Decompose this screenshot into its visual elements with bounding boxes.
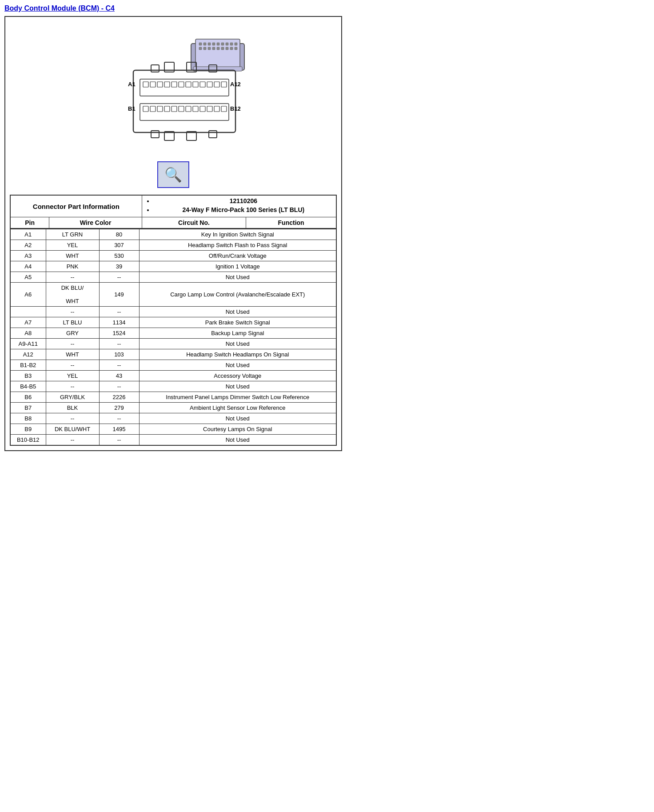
- svg-rect-45: [150, 106, 156, 112]
- cell-wire-color: PNK: [46, 261, 99, 272]
- cell-circuit-no: --: [99, 435, 139, 446]
- svg-rect-37: [186, 82, 191, 87]
- svg-rect-18: [230, 47, 233, 50]
- cell-function: Off/Run/Crank Voltage: [139, 251, 336, 261]
- svg-rect-17: [226, 47, 228, 50]
- svg-rect-5: [212, 43, 215, 45]
- svg-rect-49: [179, 106, 184, 112]
- cell-wire-color: GRY: [46, 328, 99, 339]
- cell-function: Park Brake Switch Signal: [139, 317, 336, 328]
- cell-circuit-no: --: [99, 339, 139, 349]
- header-pin: Pin: [10, 217, 49, 229]
- cell-pin: A7: [10, 317, 46, 328]
- cell-wire-color: --: [46, 435, 99, 446]
- cell-pin: A12: [10, 349, 46, 360]
- cell-function: Accessory Voltage: [139, 371, 336, 381]
- svg-rect-47: [164, 106, 170, 112]
- table-row: A6DK BLU/ WHT149Cargo Lamp Low Control (…: [10, 283, 336, 307]
- cell-wire-color: YEL: [46, 240, 99, 251]
- cell-circuit-no: 530: [99, 251, 139, 261]
- svg-rect-39: [200, 82, 205, 87]
- cell-circuit-no: 1524: [99, 328, 139, 339]
- connector-part-values: 12110206 24-Way F Micro-Pack 100 Series …: [142, 195, 336, 217]
- svg-rect-31: [143, 82, 148, 87]
- svg-rect-29: [209, 131, 217, 138]
- cell-function: Not Used: [139, 339, 336, 349]
- svg-text:A12: A12: [230, 81, 241, 88]
- connector-diagram: A1 A12 B1 B12: [10, 21, 337, 159]
- cell-wire-color: DK BLU/WHT: [46, 424, 99, 435]
- cell-pin: A4: [10, 261, 46, 272]
- svg-rect-12: [203, 47, 206, 50]
- cell-circuit-no: 39: [99, 261, 139, 272]
- svg-rect-50: [186, 106, 191, 112]
- svg-rect-22: [151, 65, 159, 72]
- cell-circuit-no: --: [99, 360, 139, 371]
- table-row: A12WHT103Headlamp Switch Headlamps On Si…: [10, 349, 336, 360]
- cell-wire-color: --: [46, 272, 99, 283]
- magnify-icon: 🔍: [164, 166, 182, 183]
- table-row: A7LT BLU1134Park Brake Switch Signal: [10, 317, 336, 328]
- connector-table: Connector Part Information 12110206 24-W…: [10, 195, 337, 229]
- cell-function: Not Used: [139, 272, 336, 283]
- table-row: B10-B12----Not Used: [10, 435, 336, 446]
- header-wire-color: Wire Color: [49, 217, 142, 229]
- cell-circuit-no: 43: [99, 371, 139, 381]
- cell-wire-color: GRY/BLK: [46, 392, 99, 403]
- cell-pin: A3: [10, 251, 46, 261]
- connector-svg: A1 A12 B1 B12: [89, 30, 258, 155]
- cell-circuit-no: 307: [99, 240, 139, 251]
- cell-wire-color: WHT: [46, 349, 99, 360]
- cell-circuit-no: 1134: [99, 317, 139, 328]
- table-row: B3YEL43Accessory Voltage: [10, 371, 336, 381]
- table-row: ----Not Used: [10, 307, 336, 317]
- svg-rect-48: [171, 106, 177, 112]
- cell-wire-color: LT BLU: [46, 317, 99, 328]
- connector-info-row: Connector Part Information 12110206 24-W…: [10, 195, 336, 217]
- cell-function: Key In Ignition Switch Signal: [139, 229, 336, 240]
- cell-circuit-no: 149: [99, 283, 139, 307]
- table-row: A4PNK39Ignition 1 Voltage: [10, 261, 336, 272]
- cell-wire-color: YEL: [46, 371, 99, 381]
- svg-rect-46: [157, 106, 163, 112]
- svg-rect-11: [199, 47, 202, 50]
- svg-rect-10: [235, 43, 237, 45]
- cell-circuit-no: --: [99, 381, 139, 392]
- cell-function: Instrument Panel Lamps Dimmer Switch Low…: [139, 392, 336, 403]
- cell-function: Backup Lamp Signal: [139, 328, 336, 339]
- cell-circuit-no: --: [99, 307, 139, 317]
- svg-rect-33: [157, 82, 163, 87]
- svg-rect-35: [171, 82, 177, 87]
- cell-circuit-no: 1495: [99, 424, 139, 435]
- svg-rect-6: [217, 43, 219, 45]
- table-row: A5----Not Used: [10, 272, 336, 283]
- cell-function: Ignition 1 Voltage: [139, 261, 336, 272]
- svg-rect-2: [199, 43, 202, 45]
- table-row: A9-A11----Not Used: [10, 339, 336, 349]
- cell-pin: B3: [10, 371, 46, 381]
- cell-pin: B8: [10, 413, 46, 424]
- zoom-icon-container[interactable]: 🔍: [10, 161, 337, 188]
- svg-rect-9: [230, 43, 233, 45]
- connector-part-2: 24-Way F Micro-Pack 100 Series (LT BLU): [154, 206, 333, 213]
- table-row: B7BLK279Ambient Light Sensor Low Referen…: [10, 403, 336, 413]
- connector-part-1: 12110206: [154, 197, 333, 204]
- svg-rect-42: [221, 82, 227, 87]
- svg-rect-16: [221, 47, 224, 50]
- zoom-button[interactable]: 🔍: [157, 161, 189, 188]
- table-header-row: Pin Wire Color Circuit No. Function: [10, 217, 336, 229]
- table-row: A2YEL307Headlamp Switch Flash to Pass Si…: [10, 240, 336, 251]
- page-title: Body Control Module (BCM) - C4: [4, 4, 342, 12]
- svg-rect-3: [203, 43, 206, 45]
- header-function: Function: [246, 217, 336, 229]
- table-row: B9DK BLU/WHT1495Courtesy Lamps On Signal: [10, 424, 336, 435]
- svg-text:B1: B1: [128, 105, 136, 112]
- cell-wire-color: DK BLU/ WHT: [46, 283, 99, 307]
- table-row: A8GRY1524Backup Lamp Signal: [10, 328, 336, 339]
- cell-pin: A6: [10, 283, 46, 307]
- svg-rect-41: [214, 82, 219, 87]
- cell-function: Not Used: [139, 307, 336, 317]
- cell-circuit-no: --: [99, 413, 139, 424]
- table-row: B1-B2----Not Used: [10, 360, 336, 371]
- cell-circuit-no: 103: [99, 349, 139, 360]
